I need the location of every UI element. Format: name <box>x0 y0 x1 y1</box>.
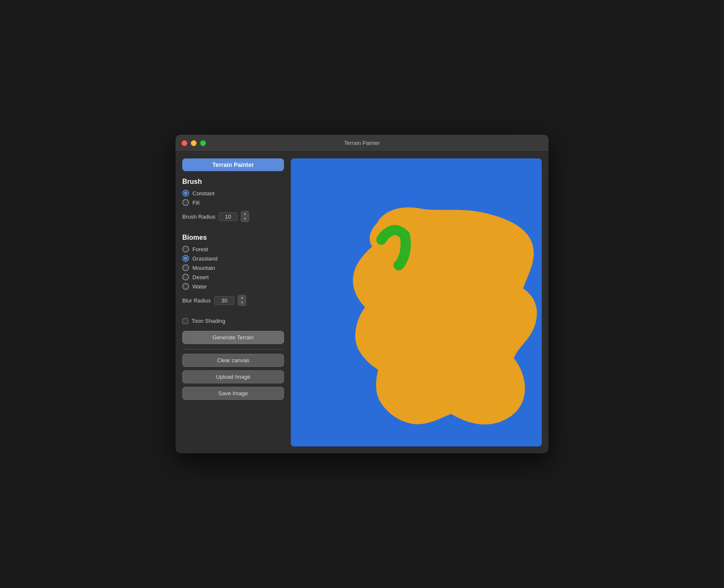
brush-radius-spinner: ▲ ▼ <box>241 211 249 222</box>
brush-fill-label: Fill <box>192 200 200 206</box>
radio-mountain <box>182 264 189 271</box>
brush-radius-up[interactable]: ▲ <box>241 211 249 216</box>
upload-image-button[interactable]: Upload Image <box>182 370 284 383</box>
biome-mountain-label: Mountain <box>192 265 215 271</box>
brush-radius-input[interactable] <box>219 212 237 221</box>
window-title: Terrain Painter <box>344 140 380 146</box>
app-window: Terrain Painter Terrain Painter Brush Co… <box>175 135 549 453</box>
biome-water-label: Water <box>192 283 207 290</box>
biome-forest-label: Forest <box>192 246 208 252</box>
brush-type-fill[interactable]: Fill <box>182 199 284 206</box>
brush-type-constant[interactable]: Constant <box>182 190 284 197</box>
biome-mountain[interactable]: Mountain <box>182 264 284 271</box>
blur-radius-label: Blur Radius <box>182 297 211 304</box>
blur-radius-spinner: ▲ ▼ <box>238 295 246 306</box>
toon-shading-row[interactable]: Toon Shading <box>182 318 284 324</box>
titlebar: Terrain Painter <box>175 135 549 152</box>
sidebar: Terrain Painter Brush Constant Fill <box>182 158 284 447</box>
biome-desert[interactable]: Desert <box>182 274 284 280</box>
biome-water[interactable]: Water <box>182 283 284 290</box>
biomes-section-title: Biomes <box>182 234 284 241</box>
terrain-canvas[interactable] <box>291 158 542 447</box>
radio-grassland <box>182 255 189 262</box>
brush-section-title: Brush <box>182 178 284 186</box>
blur-radius-input[interactable] <box>214 296 234 305</box>
blur-radius-down[interactable]: ▼ <box>238 300 246 305</box>
brush-radius-down[interactable]: ▼ <box>241 216 249 222</box>
biomes-section: Biomes Forest Grassland Mountain <box>182 234 284 312</box>
brush-section: Brush Constant Fill Brush Radius <box>182 178 284 228</box>
toon-shading-checkbox <box>182 318 188 324</box>
blur-radius-row: Blur Radius ▲ ▼ <box>182 295 284 306</box>
biome-desert-label: Desert <box>192 274 209 280</box>
brush-constant-label: Constant <box>192 190 214 197</box>
clear-canvas-button[interactable]: Clear canvas <box>182 354 284 367</box>
radio-desert <box>182 274 189 280</box>
biomes-group: Forest Grassland Mountain Desert <box>182 246 284 290</box>
brush-type-group: Constant Fill <box>182 190 284 206</box>
maximize-button[interactable] <box>200 140 206 146</box>
biome-forest[interactable]: Forest <box>182 246 284 252</box>
save-image-button[interactable]: Save Image <box>182 387 284 400</box>
brush-radius-label: Brush Radius <box>182 214 215 220</box>
radio-water <box>182 283 189 290</box>
biome-grassland[interactable]: Grassland <box>182 255 284 262</box>
close-button[interactable] <box>181 140 187 146</box>
radio-forest <box>182 246 189 252</box>
window-content: Terrain Painter Brush Constant Fill <box>175 152 549 453</box>
divider-1 <box>182 349 284 349</box>
generate-terrain-button[interactable]: Generate Terrain <box>182 331 284 344</box>
sidebar-header: Terrain Painter <box>182 158 284 171</box>
brush-radius-row: Brush Radius ▲ ▼ <box>182 211 284 222</box>
minimize-button[interactable] <box>191 140 197 146</box>
canvas-area[interactable] <box>291 158 542 447</box>
radio-fill <box>182 199 189 206</box>
blur-radius-up[interactable]: ▲ <box>238 295 246 300</box>
toon-shading-label: Toon Shading <box>192 318 226 324</box>
biome-grassland-label: Grassland <box>192 255 217 262</box>
traffic-lights <box>181 140 206 146</box>
radio-constant <box>182 190 189 197</box>
